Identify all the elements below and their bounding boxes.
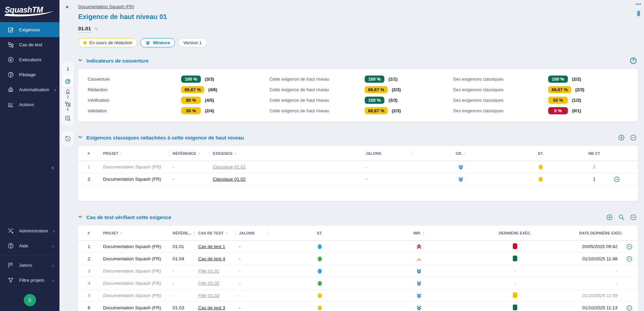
col-last-exec[interactable]: DERNIÈRE EXÉC. <box>499 231 532 235</box>
row-num: 2 <box>88 177 103 182</box>
row-project: Documentation Squash (FR) <box>103 268 173 274</box>
sidebar-item-filtre-projets[interactable]: Filtre projets › <box>0 273 59 288</box>
test-case-link[interactable]: Cas de test 3 <box>198 305 225 310</box>
coverage-row-label: Vérification <box>88 98 181 103</box>
requirement-link[interactable]: Classique 01.02 <box>213 177 246 182</box>
status-dot-icon <box>318 244 322 249</box>
library-icon <box>7 101 14 108</box>
col-project[interactable]: PROJET↑ <box>103 231 173 235</box>
sidebar: SquashTM Exigences Cas de test Exécution… <box>0 0 59 311</box>
col-requirement[interactable]: EXIGENCE↑ <box>213 151 366 156</box>
coverage-row-label: Couverture <box>88 77 181 82</box>
test-case-link[interactable]: Fille 01.03 <box>198 293 219 298</box>
tab-history[interactable] <box>62 132 73 145</box>
status-dot-icon <box>318 269 322 274</box>
detach-test-case-button[interactable] <box>626 256 642 262</box>
coverage-count: (1/2) <box>572 98 581 103</box>
col-nbct[interactable]: NB CT <box>588 151 600 156</box>
table-row[interactable]: 5 Documentation Squash (FR) - Fille 01.0… <box>78 290 638 302</box>
sidebar-item-label: Pilotage <box>19 72 36 77</box>
attachments-paperclip-icon[interactable] <box>635 10 642 20</box>
col-imp[interactable]: IMP.↑ <box>413 231 424 235</box>
sidebar-item-exigences[interactable]: Exigences <box>0 22 59 37</box>
breadcrumb[interactable]: Documentation Squash (FR) <box>78 4 134 9</box>
cases-section-toggle[interactable]: Cas de test vérifiant cette exigence <box>78 214 171 220</box>
test-case-link[interactable]: Cas de test 4 <box>198 256 225 261</box>
row-project: Documentation Squash (FR) <box>103 256 173 261</box>
sidebar-item-aide[interactable]: Aide › <box>0 238 59 253</box>
col-reference[interactable]: RÉFÉRE...↑ <box>173 231 198 235</box>
tab-tree[interactable]: 6 <box>62 100 73 112</box>
status-pill[interactable]: En cours de rédaction <box>78 38 137 47</box>
sidebar-item-executions[interactable]: Exécutions <box>0 52 59 67</box>
version-pill[interactable]: Version 1 <box>178 38 207 47</box>
row-milestones: - <box>239 293 271 298</box>
table-row[interactable]: 1 Documentation Squash (FR) 01.01 Cas de… <box>78 241 638 253</box>
tab-information[interactable]: i <box>62 63 73 75</box>
more-options-icon[interactable]: ••• <box>636 1 641 6</box>
coverage-scope-label: Ses exigences classiques <box>453 108 548 113</box>
detach-requirement-button[interactable] <box>614 176 627 182</box>
sidebar-item-jalons[interactable]: Jalons › <box>0 258 59 273</box>
col-last-exec-date[interactable]: DATE DERNIÈRE EXÉC. <box>579 231 626 235</box>
coverage-count: (2/3) <box>392 87 401 92</box>
row-milestones: - <box>239 256 271 261</box>
sidebar-item-automatisation[interactable]: Automatisation › <box>0 82 59 97</box>
col-st[interactable]: ST. <box>317 231 323 235</box>
table-row[interactable]: 3 Documentation Squash (FR) - Fille 01.0… <box>78 265 638 277</box>
row-reference: - <box>173 293 198 298</box>
remove-test-case-button[interactable] <box>630 214 637 220</box>
detach-test-case-button[interactable] <box>626 305 642 311</box>
criticality-pill-label: Mineure <box>153 40 170 45</box>
col-cr[interactable]: CR.↑ <box>456 151 466 156</box>
tab-coverage[interactable] <box>62 75 73 87</box>
help-icon[interactable]: ? <box>630 58 637 64</box>
add-requirement-button[interactable] <box>618 134 625 141</box>
classic-section-toggle[interactable]: Exigences classiques rattachées à cette … <box>78 134 244 141</box>
tab-milestones[interactable]: 2 <box>62 87 73 100</box>
user-avatar[interactable]: S <box>24 294 36 306</box>
col-milestones[interactable]: JALONS <box>239 231 271 235</box>
importance-chevron-icon <box>416 244 422 249</box>
test-cases-table: # PROJET↑ RÉFÉRE...↑ CAS DE TEST↑ JALONS… <box>78 226 638 311</box>
sidebar-item-cas-de-test[interactable]: Cas de test <box>0 37 59 52</box>
test-case-tree-icon <box>7 41 14 48</box>
col-milestones[interactable]: JALONS <box>366 151 415 156</box>
add-test-case-button[interactable] <box>606 214 613 220</box>
col-st[interactable]: ST. <box>538 151 544 156</box>
col-num[interactable]: # <box>88 231 103 235</box>
table-row[interactable]: 2 Documentation Squash (FR) 01.04 Cas de… <box>78 253 638 265</box>
test-case-link[interactable]: Fille 01.02 <box>198 281 219 286</box>
test-case-link[interactable]: Fille 01.01 <box>198 268 219 274</box>
sidebar-item-pilotage[interactable]: Pilotage <box>0 67 59 82</box>
sidebar-item-actions[interactable]: Actions <box>0 97 59 112</box>
sidebar-item-label: Jalons <box>19 263 32 268</box>
table-row[interactable]: 6 Documentation Squash (FR) 01.03 Cas de… <box>78 302 638 311</box>
coverage-count: (3/3) <box>205 77 214 82</box>
coverage-section-toggle[interactable]: Indicateurs de couverture <box>78 58 149 64</box>
app-logo[interactable]: SquashTM <box>0 0 59 20</box>
remove-requirement-button[interactable] <box>630 134 637 141</box>
edit-pencil-icon[interactable]: ✎ <box>94 26 99 32</box>
tab-verifying-cases[interactable] <box>62 112 73 124</box>
col-reference[interactable]: RÉFÉRENCE↑ <box>173 151 213 156</box>
search-icon[interactable] <box>618 214 625 220</box>
criticality-pill[interactable]: Mineure <box>140 38 175 47</box>
table-row[interactable]: 1 Documentation Squash (FR) - Classique … <box>78 161 638 173</box>
table-row[interactable]: 2 Documentation Squash (FR) - Classique … <box>78 173 638 185</box>
col-num[interactable]: # <box>88 151 103 156</box>
col-project[interactable]: PROJET↑ <box>103 151 173 156</box>
detach-test-case-button[interactable] <box>626 244 642 250</box>
col-case[interactable]: CAS DE TEST↑ <box>198 231 239 235</box>
sidebar-collapse-icon[interactable]: ‹ <box>52 164 54 171</box>
chevron-right-icon: › <box>52 262 59 268</box>
coverage-badge: 0 % <box>548 107 568 114</box>
row-project: Documentation Squash (FR) <box>103 164 173 169</box>
requirement-reference[interactable]: 01.01 <box>78 26 91 33</box>
requirement-link[interactable]: Classique 01.01 <box>213 164 246 169</box>
coverage-section-title: Indicateurs de couverture <box>86 58 149 64</box>
sidebar-item-administration[interactable]: Administration › <box>0 223 59 238</box>
table-row[interactable]: 4 Documentation Squash (FR) - Fille 01.0… <box>78 277 638 290</box>
test-case-link[interactable]: Cas de test 1 <box>198 244 225 249</box>
expand-tree-icon[interactable]: » <box>66 4 69 10</box>
